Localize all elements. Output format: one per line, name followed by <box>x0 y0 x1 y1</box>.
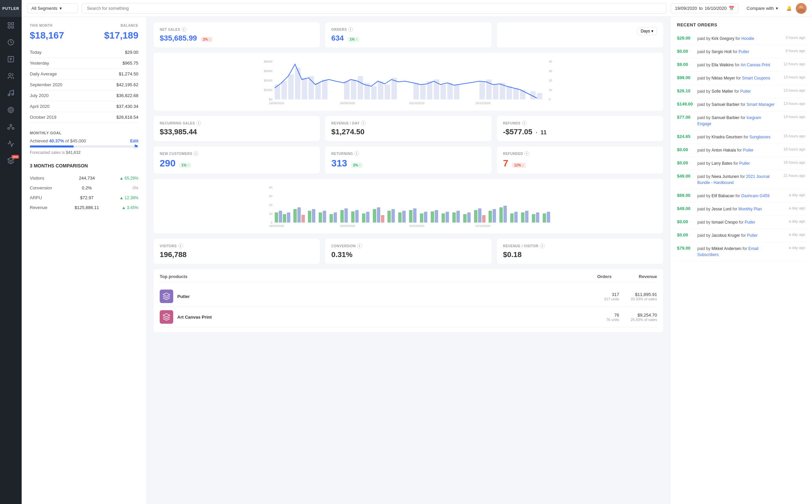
avatar[interactable] <box>796 3 807 14</box>
returning-info-icon[interactable]: i <box>354 151 359 156</box>
orders-info-icon[interactable]: i <box>348 27 353 32</box>
svg-rect-54 <box>506 86 512 99</box>
svg-rect-86 <box>366 212 369 223</box>
order-row: $79.00 paid by Mikkel Andersen for Email… <box>677 242 805 261</box>
edit-goal-button[interactable]: Edit <box>130 138 138 143</box>
recurring-info-icon[interactable]: i <box>196 121 201 125</box>
product-sales-pct: 33.33% of sales <box>623 297 657 301</box>
product-orders: 76 76 units <box>592 313 619 322</box>
net-sales-label: NET SALES i <box>160 27 314 32</box>
svg-rect-80 <box>334 212 337 223</box>
order-time: a day ago <box>778 206 805 210</box>
order-text: paid by Khadra Geurtsen for Sunglasses <box>697 134 775 140</box>
order-product-link[interactable]: Smart Coupons <box>742 76 770 81</box>
svg-rect-105 <box>467 212 471 223</box>
order-time: 15 hours ago <box>778 134 805 138</box>
orders-label: ORDERS i <box>331 27 485 32</box>
order-row: $149.00 paid by Samuel Barbier for Smart… <box>677 98 805 111</box>
order-time: a day ago <box>778 193 805 197</box>
product-units: 317 units <box>592 297 619 301</box>
order-amount: $77.00 <box>677 115 695 120</box>
svg-rect-94 <box>409 210 412 223</box>
stat-label: Daily Average <box>30 69 94 79</box>
sidebar-item-affiliates[interactable] <box>0 118 22 135</box>
order-product-link[interactable]: Smart Manager <box>746 102 774 107</box>
order-product-link[interactable]: Putler <box>743 148 753 153</box>
new-customers-info-icon[interactable]: i <box>194 151 198 156</box>
order-text: paid by Samuel Barbier for Icegram Engag… <box>697 115 775 127</box>
sidebar-item-apps[interactable]: new <box>0 152 22 169</box>
svg-rect-95 <box>413 208 416 223</box>
order-product-link[interactable]: Art Canvas Print <box>741 63 770 67</box>
new-customers-card: NEW CUSTOMERS i 290 1% ↑ <box>154 146 320 174</box>
order-text: paid by Mikkel Andersen for Email Subscr… <box>697 246 775 258</box>
topbar-right: 🔔 <box>786 3 807 14</box>
sidebar-item-sales[interactable] <box>0 34 22 51</box>
order-time: 14 hours ago <box>778 115 805 119</box>
balance-value: $17,189 <box>104 30 138 41</box>
sidebar: PUTLER new <box>0 0 22 504</box>
revenue-day-info-icon[interactable]: i <box>361 121 366 125</box>
comparison-value: 0.2% <box>67 183 107 193</box>
refunded-badge: 12% ↓ <box>512 163 526 168</box>
stats-row: July 2020$36,822.68 <box>30 90 138 101</box>
order-product-link[interactable]: Sunglasses <box>749 135 770 139</box>
stat-value: $29.00 <box>94 47 138 58</box>
refunds-info-icon[interactable]: i <box>522 121 527 125</box>
comparison-pct: 0% <box>107 183 138 193</box>
order-amount: $0.00 <box>677 160 695 165</box>
visitors-info-icon[interactable]: i <box>178 244 183 248</box>
order-product-link[interactable]: Putler <box>739 161 750 166</box>
product-name: Art Canvas Print <box>177 315 588 320</box>
order-amount: $149.00 <box>677 101 695 107</box>
refunds-card: REFUNDS i -$577.05 • 11 <box>497 116 663 141</box>
order-amount: $69.00 <box>677 193 695 198</box>
search-input[interactable] <box>82 3 667 14</box>
sidebar-item-reports[interactable] <box>0 85 22 101</box>
product-revenue-value: $9,254.70 <box>623 313 657 318</box>
order-product-link[interactable]: Putler <box>739 49 749 54</box>
compare-button[interactable]: Compare with ▾ <box>743 4 782 13</box>
order-product-link[interactable]: Putler <box>747 233 758 238</box>
product-orders-count: 317 <box>592 292 619 297</box>
comparison-row: Visitors 244,734 ▲ 65.29% <box>30 173 138 183</box>
segment-dropdown[interactable]: All Segments ▾ <box>27 3 78 13</box>
sidebar-item-customers[interactable] <box>0 68 22 85</box>
order-product-link[interactable]: Dashcam G459 <box>741 193 769 198</box>
svg-text:19/09/2020: 19/09/2020 <box>269 101 284 105</box>
notification-bell-icon[interactable]: 🔔 <box>786 6 792 11</box>
order-product-link[interactable]: Putler <box>745 220 755 225</box>
sidebar-item-products[interactable] <box>0 51 22 68</box>
svg-rect-102 <box>452 212 456 223</box>
date-range-picker[interactable]: 19/09/2020 to 16/10/2020 📅 <box>671 3 739 13</box>
svg-rect-111 <box>499 207 503 223</box>
stat-value: $36,822.68 <box>94 90 138 101</box>
refunded-info-icon[interactable]: i <box>524 151 529 156</box>
sidebar-item-charts[interactable] <box>0 135 22 152</box>
svg-rect-84 <box>355 210 359 223</box>
svg-rect-44 <box>420 85 426 99</box>
order-product-link[interactable]: Monthly Plan <box>738 207 762 211</box>
svg-text:20: 20 <box>549 79 552 82</box>
svg-text:10: 10 <box>269 212 272 215</box>
svg-rect-110 <box>493 209 496 223</box>
revenue-visitor-info-icon[interactable]: i <box>540 244 545 248</box>
new-customers-value-row: 290 1% ↑ <box>160 158 314 169</box>
conversion-info-icon[interactable]: i <box>357 244 362 248</box>
net-sales-info-icon[interactable]: i <box>182 27 186 32</box>
sidebar-item-goals[interactable] <box>0 101 22 118</box>
kpi-row-4: VISITORS i 196,788 CONVERSION i 0.31% RE… <box>154 239 663 264</box>
customers-chart-card: 40 30 20 10 0 <box>154 179 663 233</box>
svg-rect-49 <box>454 85 459 99</box>
days-toggle-button[interactable]: Days ▾ <box>637 27 657 35</box>
compare-label: Compare with <box>747 6 774 11</box>
order-product-link[interactable]: Hoodie <box>741 36 754 41</box>
svg-rect-72 <box>293 209 297 223</box>
sidebar-item-dashboard[interactable] <box>0 17 22 34</box>
svg-rect-76 <box>312 209 315 223</box>
logo: PUTLER <box>0 0 22 17</box>
svg-rect-83 <box>351 211 355 223</box>
comparison-row: Revenue $125,886.11 ▲ 3.45% <box>30 203 138 212</box>
svg-rect-55 <box>513 88 519 99</box>
order-product-link[interactable]: Putler <box>740 89 751 94</box>
